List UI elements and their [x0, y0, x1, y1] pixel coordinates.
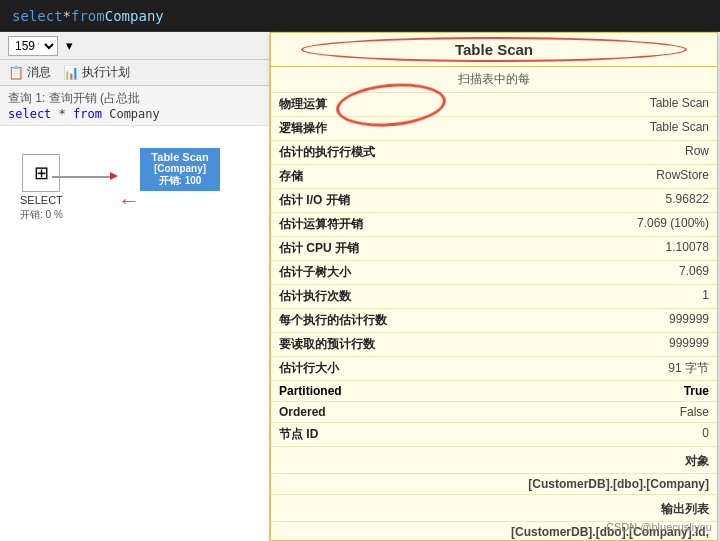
- prop-value: 5.96822: [516, 189, 717, 213]
- tooltip-title: Table Scan: [455, 41, 533, 58]
- prop-label: 估计执行次数: [271, 285, 516, 309]
- prop-value: Row: [516, 141, 717, 165]
- prop-value: 0: [516, 423, 717, 447]
- section-object-label: 对象: [271, 447, 717, 474]
- prop-value: 7.069 (100%): [516, 213, 717, 237]
- ql-table: Company: [109, 107, 160, 121]
- prop-value: True: [516, 381, 717, 402]
- prop-label: 估计的执行行模式: [271, 141, 516, 165]
- query-info: 查询 1: 查询开销 (占总批 select * from Company: [0, 86, 269, 126]
- prop-label: Partitioned: [271, 381, 516, 402]
- node-sub: [Company]: [146, 163, 214, 174]
- tab-messages-label: 消息: [27, 64, 51, 81]
- plan-canvas: ⊞ SELECT 开销: 0 % ← Table Scan [Company] …: [0, 126, 269, 541]
- table-scan-node[interactable]: Table Scan [Company] 开销: 100: [140, 148, 220, 191]
- select-node: ⊞ SELECT 开销: 0 %: [20, 154, 63, 222]
- toolbar: 50 % 75 % 100 % 125 % 159 % 200 % ▾: [0, 32, 269, 60]
- sql-table: Company: [105, 8, 164, 24]
- ql-kw2: from: [73, 107, 102, 121]
- prop-value: 999999: [516, 333, 717, 357]
- plan-arrow: [52, 176, 112, 178]
- object-value: [CustomerDB].[dbo].[Company]: [271, 474, 717, 495]
- tab-messages[interactable]: 📋 消息: [8, 62, 51, 83]
- prop-label: 估计 I/O 开销: [271, 189, 516, 213]
- prop-label: 估计行大小: [271, 357, 516, 381]
- zoom-dropdown-icon: ▾: [66, 38, 73, 53]
- prop-value: 1.10078: [516, 237, 717, 261]
- select-icon: ⊞: [34, 162, 49, 184]
- prop-label: 估计子树大小: [271, 261, 516, 285]
- prop-label: 物理运算: [271, 93, 516, 117]
- prop-label: 估计运算符开销: [271, 213, 516, 237]
- sql-star: *: [63, 8, 71, 24]
- tab-plan-label: 执行计划: [82, 64, 130, 81]
- prop-label: 节点 ID: [271, 423, 516, 447]
- prop-value: 1: [516, 285, 717, 309]
- prop-label: 每个执行的估计行数: [271, 309, 516, 333]
- select-label: SELECT: [20, 194, 63, 206]
- prop-value: Table Scan: [516, 117, 717, 141]
- section-output-label: 输出列表: [271, 495, 717, 522]
- ql-star: *: [59, 107, 73, 121]
- prop-value: 91 字节: [516, 357, 717, 381]
- tab-execution-plan[interactable]: 📊 执行计划: [63, 62, 130, 83]
- plan-icon: 📊: [63, 65, 79, 80]
- sql-keyword-from: from: [71, 8, 105, 24]
- left-panel: 50 % 75 % 100 % 125 % 159 % 200 % ▾ 📋 消息…: [0, 32, 270, 541]
- tooltip-header: Table Scan: [271, 33, 717, 67]
- prop-value: Table Scan: [516, 93, 717, 117]
- ql-kw1: select: [8, 107, 51, 121]
- sql-area: select * from Company: [0, 0, 720, 32]
- prop-value: RowStore: [516, 165, 717, 189]
- prop-label: 估计 CPU 开销: [271, 237, 516, 261]
- tooltip-panel: Table Scan 扫描表中的每 物理运算Table Scan逻辑操作Tabl…: [270, 32, 718, 541]
- zoom-select[interactable]: 50 % 75 % 100 % 125 % 159 % 200 %: [8, 36, 58, 56]
- prop-value: 7.069: [516, 261, 717, 285]
- query-line1: 查询 1: 查询开销 (占总批: [8, 90, 261, 107]
- prop-label: 要读取的预计行数: [271, 333, 516, 357]
- red-arrow-indicator: ←: [118, 188, 140, 214]
- prop-label: 逻辑操作: [271, 117, 516, 141]
- node-title: Table Scan: [146, 151, 214, 163]
- select-node-box: ⊞: [22, 154, 60, 192]
- prop-value: False: [516, 402, 717, 423]
- sql-keyword-select: select: [12, 8, 63, 24]
- query-sql-line: select * from Company: [8, 107, 261, 121]
- tabs-bar: 📋 消息 📊 执行计划: [0, 60, 269, 86]
- prop-label: 存储: [271, 165, 516, 189]
- prop-value: 999999: [516, 309, 717, 333]
- select-cost: 开销: 0 %: [20, 208, 63, 222]
- node-cost: 开销: 100: [146, 174, 214, 188]
- tooltip-subtitle: 扫描表中的每: [271, 67, 717, 93]
- main-content: 50 % 75 % 100 % 125 % 159 % 200 % ▾ 📋 消息…: [0, 32, 720, 541]
- properties-table: 物理运算Table Scan逻辑操作Table Scan估计的执行行模式Row存…: [271, 93, 717, 447]
- watermark: CSDN @bluecusliyou: [606, 521, 712, 533]
- messages-icon: 📋: [8, 65, 24, 80]
- prop-label: Ordered: [271, 402, 516, 423]
